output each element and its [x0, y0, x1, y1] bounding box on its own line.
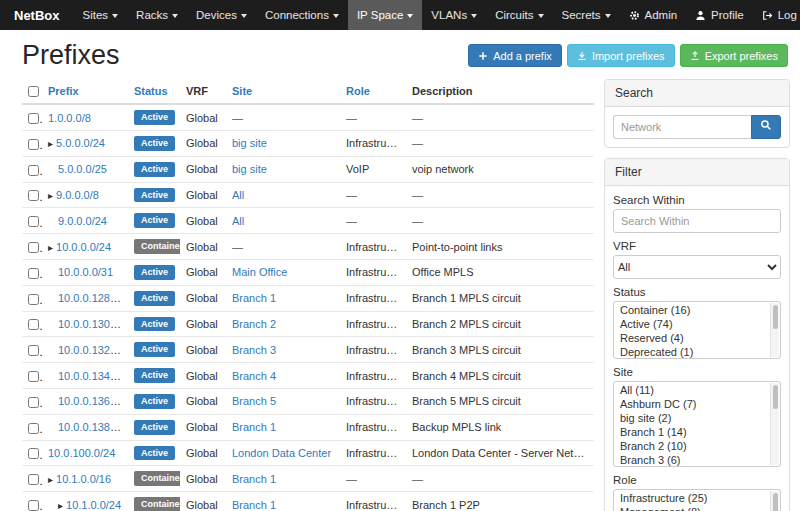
- nav-item-log-out[interactable]: Log out: [753, 0, 800, 30]
- nav-item-circuits[interactable]: Circuits: [486, 0, 552, 30]
- nav-item-racks[interactable]: Racks: [127, 0, 187, 30]
- row-checkbox[interactable]: [28, 500, 39, 511]
- site-link[interactable]: Branch 4: [232, 370, 276, 382]
- site-link[interactable]: big site: [232, 137, 267, 149]
- chevron-down-icon: [605, 14, 611, 18]
- prefix-link[interactable]: 9.0.0.0/24: [58, 215, 107, 227]
- prefix-link[interactable]: 10.0.0.128/31: [58, 292, 125, 304]
- site-link[interactable]: Branch 2: [232, 318, 276, 330]
- prefix-link[interactable]: 10.0.0.134/31: [58, 370, 125, 382]
- nav-item-profile[interactable]: Profile: [686, 0, 753, 30]
- row-checkbox[interactable]: [28, 113, 39, 124]
- nav-item-admin[interactable]: Admin: [620, 0, 687, 30]
- nav-item-connections[interactable]: Connections: [256, 0, 348, 30]
- site-link[interactable]: Branch 1: [232, 421, 276, 433]
- filter-option[interactable]: Branch 2 (10): [614, 439, 770, 453]
- nav-item-vlans[interactable]: VLANs: [422, 0, 486, 30]
- vrf-cell: Global: [180, 285, 226, 311]
- filter-option[interactable]: Branch 3 (6): [614, 453, 770, 467]
- site-link[interactable]: All: [232, 189, 244, 201]
- description-cell: —: [406, 182, 594, 208]
- import-prefixes-button[interactable]: Import prefixes: [567, 44, 675, 67]
- status-filter-listbox[interactable]: Container (16)Active (74)Reserved (4)Dep…: [613, 301, 781, 359]
- prefix-link[interactable]: 9.0.0.0/8: [56, 189, 99, 201]
- nav-item-secrets[interactable]: Secrets: [553, 0, 620, 30]
- filter-option[interactable]: big site (2): [614, 411, 770, 425]
- filter-option[interactable]: Active (74): [614, 317, 770, 331]
- row-checkbox[interactable]: [28, 423, 39, 434]
- site-cell: Branch 2: [226, 311, 340, 337]
- filter-option[interactable]: Ashburn DC (7): [614, 397, 770, 411]
- column-header-role[interactable]: Role: [340, 79, 406, 105]
- site-link[interactable]: Branch 3: [232, 344, 276, 356]
- column-header-status[interactable]: Status: [128, 79, 180, 105]
- search-input[interactable]: [613, 115, 751, 139]
- table-row: 10.0.0.136/31ActiveGlobalBranch 5Infrast…: [22, 389, 594, 415]
- vrf-cell: Global: [180, 131, 226, 157]
- row-checkbox[interactable]: [28, 474, 39, 485]
- row-checkbox[interactable]: [28, 139, 39, 150]
- prefix-link[interactable]: 10.0.0.130/31: [58, 318, 125, 330]
- nav-item-sites[interactable]: Sites: [74, 0, 128, 30]
- filter-option[interactable]: All (11): [614, 383, 770, 397]
- prefix-link[interactable]: 10.0.0.0/24: [56, 241, 111, 253]
- filter-option[interactable]: Management (8): [614, 505, 770, 511]
- add-prefix-button[interactable]: Add a prefix: [468, 44, 562, 67]
- prefix-link[interactable]: 10.0.0.138/31: [58, 421, 125, 433]
- row-checkbox[interactable]: [28, 319, 39, 330]
- table-row: 10.0.0.130/31ActiveGlobalBranch 2Infrast…: [22, 311, 594, 337]
- site-link[interactable]: Branch 1: [232, 473, 276, 485]
- empty-value: —: [412, 215, 423, 227]
- prefix-link[interactable]: 10.1.0.0/16: [56, 473, 111, 485]
- site-filter-listbox[interactable]: All (11)Ashburn DC (7)big site (2)Branch…: [613, 381, 781, 467]
- role-filter-listbox[interactable]: Infrastructure (25)Management (8)Private…: [613, 489, 781, 511]
- site-cell: Branch 1: [226, 285, 340, 311]
- top-navbar: NetBox SitesRacksDevicesConnectionsIP Sp…: [0, 0, 800, 30]
- vrf-select[interactable]: All: [613, 255, 781, 279]
- export-prefixes-button[interactable]: Export prefixes: [680, 44, 788, 67]
- nav-item-ip-space[interactable]: IP Space: [348, 0, 422, 30]
- row-select-cell: [22, 131, 42, 157]
- row-checkbox[interactable]: [28, 165, 39, 176]
- row-checkbox[interactable]: [28, 216, 39, 227]
- site-link[interactable]: Branch 5: [232, 395, 276, 407]
- nav-item-label: Secrets: [562, 9, 601, 21]
- role-cell: Infrastructure: [340, 414, 406, 440]
- prefix-link[interactable]: 10.0.0.132/31: [58, 344, 125, 356]
- prefix-link[interactable]: 10.0.100.0/24: [48, 447, 115, 459]
- prefix-link[interactable]: 10.0.0.0/31: [58, 266, 113, 278]
- row-checkbox[interactable]: [28, 294, 39, 305]
- prefix-link[interactable]: 5.0.0.0/25: [58, 163, 107, 175]
- row-checkbox[interactable]: [28, 268, 39, 279]
- site-link[interactable]: Branch 1: [232, 499, 276, 511]
- row-checkbox[interactable]: [28, 242, 39, 253]
- search-button[interactable]: [751, 115, 781, 139]
- row-checkbox[interactable]: [28, 345, 39, 356]
- status-badge: Active: [134, 420, 175, 435]
- app-brand[interactable]: NetBox: [0, 0, 74, 30]
- column-header-prefix[interactable]: Prefix: [42, 79, 128, 105]
- filter-option[interactable]: Reserved (4): [614, 331, 770, 345]
- column-header-site[interactable]: Site: [226, 79, 340, 105]
- prefix-link[interactable]: 5.0.0.0/24: [56, 137, 105, 149]
- row-checkbox[interactable]: [28, 371, 39, 382]
- empty-value: —: [412, 189, 423, 201]
- filter-option[interactable]: Deprecated (1): [614, 345, 770, 359]
- filter-option[interactable]: Branch 1 (14): [614, 425, 770, 439]
- site-link[interactable]: All: [232, 215, 244, 227]
- site-link[interactable]: Main Office: [232, 266, 287, 278]
- row-checkbox[interactable]: [28, 190, 39, 201]
- prefix-link[interactable]: 1.0.0.0/8: [48, 112, 91, 124]
- filter-option[interactable]: Infrastructure (25): [614, 491, 770, 505]
- row-checkbox[interactable]: [28, 397, 39, 408]
- site-link[interactable]: London Data Center: [232, 447, 331, 459]
- site-link[interactable]: big site: [232, 163, 267, 175]
- filter-option[interactable]: Container (16): [614, 303, 770, 317]
- row-checkbox[interactable]: [28, 448, 39, 459]
- search-within-input[interactable]: [613, 209, 781, 233]
- nav-item-devices[interactable]: Devices: [187, 0, 256, 30]
- site-link[interactable]: Branch 1: [232, 292, 276, 304]
- prefix-link[interactable]: 10.0.0.136/31: [58, 395, 125, 407]
- select-all-checkbox[interactable]: [28, 86, 39, 97]
- prefix-link[interactable]: 10.1.0.0/24: [66, 499, 121, 511]
